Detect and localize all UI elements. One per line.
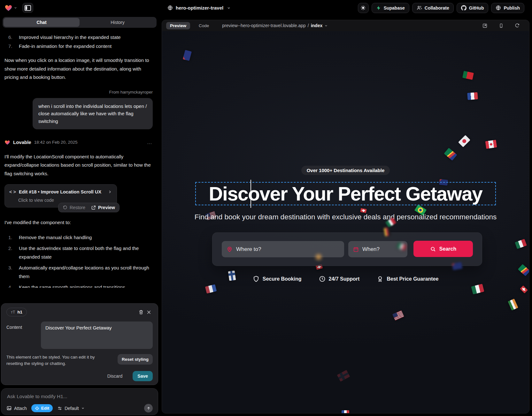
- flag-au-decoration: [183, 50, 192, 61]
- chat-scroll-area[interactable]: 6.Improved visual hierarchy in the expan…: [0, 28, 157, 288]
- chevron-right-icon: [108, 190, 112, 194]
- url-host: preview--hero-optimizer-travel.lovable.a…: [222, 23, 305, 28]
- chevron-down-icon: [81, 406, 85, 410]
- content-textarea[interactable]: Discover Your Perfect Getaway: [41, 321, 153, 349]
- sliders-icon: [57, 406, 62, 411]
- message-timestamp: 18:42 on Feb 20, 2025: [34, 138, 78, 147]
- flag-mx-decoration: [471, 284, 484, 294]
- flag-no-decoration: [337, 370, 350, 382]
- magnifier-icon: [430, 246, 436, 252]
- open-external-button[interactable]: [481, 22, 489, 30]
- flag-fr-decoration: [467, 92, 478, 100]
- trash-icon: [138, 309, 144, 315]
- reset-styling-button[interactable]: Reset styling: [118, 354, 153, 365]
- top-bar: hero-optimizer-travel Supabase Collabora…: [0, 0, 532, 16]
- github-button[interactable]: GitHub: [457, 3, 489, 13]
- lovable-logo-icon[interactable]: [4, 4, 12, 12]
- flag-za-decoration: [444, 148, 457, 161]
- flag-jp-decoration: [458, 135, 470, 147]
- list-item: 3.Automatically expand/collapse location…: [4, 263, 153, 281]
- flag-mx-decoration: [515, 239, 527, 249]
- list-item: 4.Keep the same smooth animations and tr…: [4, 283, 153, 288]
- github-icon: [461, 5, 466, 11]
- user-message-bubble: when i scroll into the individual locati…: [33, 98, 153, 130]
- edit-card-subtitle: Click to view code: [18, 197, 112, 203]
- hero-badge: Over 1000+ Destinations Available: [162, 166, 529, 175]
- mobile-icon: [499, 23, 504, 28]
- message-menu-button[interactable]: …: [147, 138, 153, 147]
- arrow-up-icon: [146, 406, 151, 411]
- list-item: 6.Improved visual hierarchy in the expan…: [4, 33, 153, 42]
- selected-element-outline[interactable]: Discover Your Perfect Getaway: [195, 182, 496, 205]
- sidebar-tabs: Chat History: [3, 17, 157, 28]
- where-placeholder: Where to?: [236, 246, 261, 253]
- image-icon: [6, 405, 12, 411]
- flag-pt-decoration: [462, 71, 474, 80]
- globe-icon: [496, 5, 501, 11]
- supabase-bolt-icon: [376, 5, 381, 11]
- when-placeholder: When?: [362, 246, 380, 253]
- element-tag-pill[interactable]: тT h1: [6, 308, 27, 316]
- default-mode-button[interactable]: Default: [57, 406, 84, 411]
- mobile-view-button[interactable]: [497, 22, 505, 30]
- close-panel-button[interactable]: [145, 308, 153, 316]
- flag-in-decoration: [508, 299, 518, 310]
- feature-best-price: Best Price Guarantee: [377, 276, 438, 282]
- gear-icon: [360, 5, 366, 11]
- map-pin-icon: [227, 246, 233, 252]
- style-note: This element can't be styled. You can ed…: [6, 354, 108, 367]
- flag-glow-decoration: [314, 253, 323, 261]
- edit-card-title: Edit #18 • Improve Location Scroll UX: [19, 189, 101, 195]
- tab-chat[interactable]: Chat: [4, 18, 80, 27]
- flag-ca-decoration: [485, 140, 497, 149]
- edit-version-card[interactable]: < > Edit #18 • Improve Location Scroll U…: [4, 184, 117, 208]
- project-switcher[interactable]: hero-optimizer-travel: [167, 0, 231, 16]
- preview-toolbar: Preview Code preview--hero-optimizer-tra…: [162, 20, 529, 31]
- text-caret: [251, 180, 251, 208]
- project-name: hero-optimizer-travel: [176, 5, 223, 11]
- supabase-button[interactable]: Supabase: [372, 3, 409, 13]
- flag-fr_rev-decoration: [205, 284, 217, 293]
- calendar-icon: [353, 246, 359, 252]
- sidebar-toggle-button[interactable]: [22, 3, 33, 13]
- element-tag: h1: [17, 310, 22, 314]
- restore-button[interactable]: Restore: [63, 205, 85, 210]
- restore-icon: [63, 205, 67, 210]
- topbar-actions: Supabase Collaborate GitHub Publish: [358, 3, 528, 13]
- users-icon: [417, 5, 422, 11]
- modified-list: 1.Remove the manual click handling 2.Use…: [4, 233, 153, 288]
- hero-title[interactable]: Discover Your Perfect Getaway: [209, 183, 482, 205]
- search-button[interactable]: Search: [413, 241, 473, 257]
- discard-button[interactable]: Discard: [105, 373, 124, 379]
- chat-sidebar: Chat History 6.Improved visual hierarchy…: [0, 16, 159, 416]
- composer-input[interactable]: [6, 392, 154, 401]
- where-input[interactable]: Where to?: [222, 241, 344, 257]
- flag-nz-decoration: [452, 262, 462, 270]
- settings-button[interactable]: [358, 3, 369, 13]
- clock-icon: [319, 276, 326, 282]
- save-button[interactable]: Save: [133, 371, 153, 381]
- chevron-down-icon[interactable]: [14, 6, 17, 10]
- award-icon: [377, 276, 383, 282]
- attach-button[interactable]: Attach: [6, 405, 27, 411]
- tab-history[interactable]: History: [80, 18, 156, 27]
- flag-ch-decoration: [520, 285, 528, 293]
- preview-url[interactable]: preview--hero-optimizer-travel.lovable.a…: [222, 23, 328, 28]
- tab-preview[interactable]: Preview: [166, 22, 190, 29]
- assistant-paragraph: Now when you click on a location image, …: [4, 56, 153, 82]
- edit-mode-button[interactable]: Edit: [31, 404, 53, 412]
- hero-subtitle: Find and book your dream destination wit…: [162, 213, 529, 221]
- flag-us-decoration: [392, 310, 404, 321]
- feature-secure-booking: Secure Booking: [253, 276, 302, 282]
- delete-element-button[interactable]: [137, 308, 145, 316]
- publish-button[interactable]: Publish: [491, 3, 524, 13]
- external-link-icon: [482, 23, 488, 28]
- flag-de-decoration: [384, 227, 391, 237]
- preview-version-button[interactable]: Preview: [91, 205, 115, 210]
- url-separator: /: [308, 23, 309, 28]
- refresh-button[interactable]: [513, 22, 521, 29]
- send-button[interactable]: [144, 404, 153, 412]
- collaborate-button[interactable]: Collaborate: [412, 3, 454, 13]
- website-preview[interactable]: Over 1000+ Destinations Available Discov…: [162, 31, 529, 413]
- tab-code[interactable]: Code: [195, 22, 213, 29]
